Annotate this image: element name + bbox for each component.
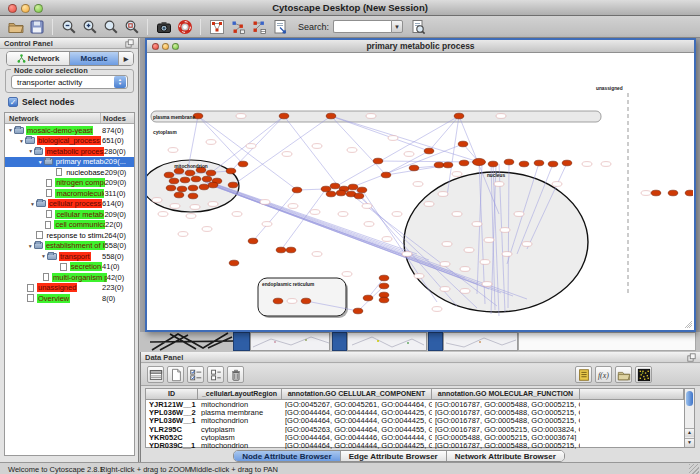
search-input[interactable] (333, 20, 391, 33)
background-window-content[interactable] (443, 332, 518, 351)
graph-node[interactable] (279, 113, 289, 119)
tree-row[interactable]: ▼mosaic-demo-yeast874(0) (5, 125, 134, 136)
tree-row[interactable]: ▼response to stimul264(0) (5, 230, 134, 241)
graph-node[interactable] (206, 170, 216, 176)
zoom-in-icon[interactable] (80, 17, 99, 36)
expander-icon[interactable]: ▼ (7, 127, 14, 133)
graph-node[interactable] (238, 161, 248, 167)
window-resize-grip[interactable] (685, 321, 692, 328)
graph-node[interactable] (363, 295, 373, 301)
tree-row[interactable]: ▼cellular process614(0) (5, 199, 134, 210)
graph-node[interactable] (379, 275, 389, 281)
graph-node[interactable] (191, 176, 201, 182)
attribute-browser-tab[interactable]: Network Attribute Browser (447, 451, 564, 461)
attribute-table-icon[interactable] (147, 366, 164, 383)
expander-icon[interactable]: ▼ (27, 243, 33, 249)
background-window-content[interactable] (347, 332, 427, 351)
tab-network[interactable]: Network (7, 52, 70, 65)
graph-node[interactable] (174, 168, 184, 174)
graph-node[interactable] (229, 260, 239, 266)
float-panel-icon[interactable] (125, 39, 134, 48)
tree-row[interactable]: ▼multi-organism pro42(0) (5, 272, 134, 283)
graph-node[interactable] (321, 186, 331, 192)
table-row[interactable]: YJR121W__1mitochondrion[GO:0045267, GO:0… (146, 400, 684, 408)
graph-node[interactable] (458, 141, 468, 147)
tree-row[interactable]: ▼secretion41(0) (5, 262, 134, 273)
graph-node[interactable] (330, 183, 340, 189)
delete-attribute-icon[interactable] (227, 366, 244, 383)
scroll-down-icon[interactable]: ▼ (685, 438, 694, 447)
table-row[interactable]: YPL036W__1mitochondrion[GO:0044464, GO:0… (146, 416, 684, 424)
annotation-icon[interactable] (270, 17, 289, 36)
table-column-header[interactable]: ID (146, 389, 198, 400)
scrollbar-thumb[interactable] (686, 391, 693, 406)
select-nodes-checkbox[interactable]: ✓ (8, 97, 18, 107)
graph-node[interactable] (292, 187, 302, 193)
graph-node[interactable] (228, 182, 238, 188)
graph-node[interactable] (562, 160, 572, 166)
attribute-function-icon[interactable]: f(x) (595, 366, 612, 383)
graph-node[interactable] (336, 190, 346, 196)
zoom-out-icon[interactable] (59, 17, 78, 36)
graph-node[interactable] (326, 113, 336, 119)
graph-node[interactable] (353, 308, 363, 314)
table-row[interactable]: YLR295Ccytoplasm[GO:0045263, GO:0044464,… (146, 425, 684, 433)
graph-node[interactable] (424, 148, 434, 154)
expander-icon[interactable]: ▼ (37, 159, 43, 165)
save-icon[interactable] (27, 17, 46, 36)
graph-node[interactable] (208, 182, 218, 188)
table-scrollbar[interactable]: ▲ ▼ (684, 388, 695, 448)
attribute-browser-tab[interactable]: Node Attribute Browser (234, 451, 341, 461)
new-attribute-icon[interactable] (167, 366, 184, 383)
import-attributes-icon[interactable] (615, 366, 632, 383)
network-canvas[interactable]: plasma membranecytoplasmmitochondrionnuc… (147, 54, 693, 330)
graph-node[interactable] (174, 192, 184, 198)
tab-mosaic[interactable]: Mosaic (70, 52, 119, 65)
table-row[interactable]: YDR039C__1mitochondrion[GO:0044464, GO:0… (146, 441, 684, 449)
background-network-thumbnail[interactable] (148, 332, 236, 351)
graph-node[interactable] (473, 158, 486, 165)
tree-row[interactable]: ▼macromolecule311(0) (5, 188, 134, 199)
graph-node[interactable] (166, 185, 176, 191)
network-window-titlebar[interactable]: primary metabolic process (147, 40, 694, 53)
open-folder-icon[interactable] (6, 17, 25, 36)
expander-icon[interactable]: ▼ (40, 253, 47, 259)
tree-row[interactable]: ▼cell communicat22(0) (5, 220, 134, 231)
background-window-edge[interactable] (233, 332, 250, 351)
graph-node[interactable] (188, 193, 198, 199)
graph-node[interactable] (326, 191, 336, 197)
graph-node[interactable] (504, 159, 514, 165)
expander-icon[interactable]: ▼ (29, 201, 36, 207)
graph-node[interactable] (180, 177, 190, 183)
graph-node[interactable] (177, 186, 187, 192)
graph-node[interactable] (651, 190, 661, 196)
graph-node[interactable] (668, 190, 678, 196)
graph-node[interactable] (248, 238, 258, 244)
zoom-fit-icon[interactable] (122, 17, 141, 36)
graph-node[interactable] (202, 176, 212, 182)
select-attributes-icon[interactable] (187, 366, 204, 383)
graph-node[interactable] (454, 113, 464, 119)
background-window-edge[interactable] (428, 332, 443, 351)
graph-node[interactable] (519, 161, 529, 167)
network-small-icon[interactable] (207, 17, 226, 36)
graph-node[interactable] (354, 193, 364, 199)
graph-node[interactable] (434, 162, 444, 168)
tree-row[interactable]: ▼Overview8(0) (5, 293, 134, 304)
float-panel-icon[interactable] (687, 353, 696, 362)
graph-node[interactable] (348, 184, 358, 190)
graph-node[interactable] (409, 165, 419, 171)
background-window-edge[interactable] (332, 332, 347, 351)
help-ring-icon[interactable] (175, 17, 194, 36)
expander-icon[interactable]: ▼ (18, 138, 25, 144)
graph-node[interactable] (286, 247, 296, 253)
network-view-b-icon[interactable] (249, 17, 268, 36)
node-color-combobox[interactable]: transporter activity ▲▼ (11, 75, 128, 89)
tree-row[interactable]: ▼nucleobase-209(0) (5, 167, 134, 178)
tree-row[interactable]: ▼biological_process651(0) (5, 136, 134, 147)
graph-node[interactable] (459, 160, 469, 166)
tree-column-nodes[interactable]: Nodes (101, 113, 134, 123)
graph-node[interactable] (276, 247, 286, 253)
graph-node[interactable] (379, 297, 389, 303)
combobox-stepper-icon[interactable]: ▲▼ (114, 76, 126, 88)
